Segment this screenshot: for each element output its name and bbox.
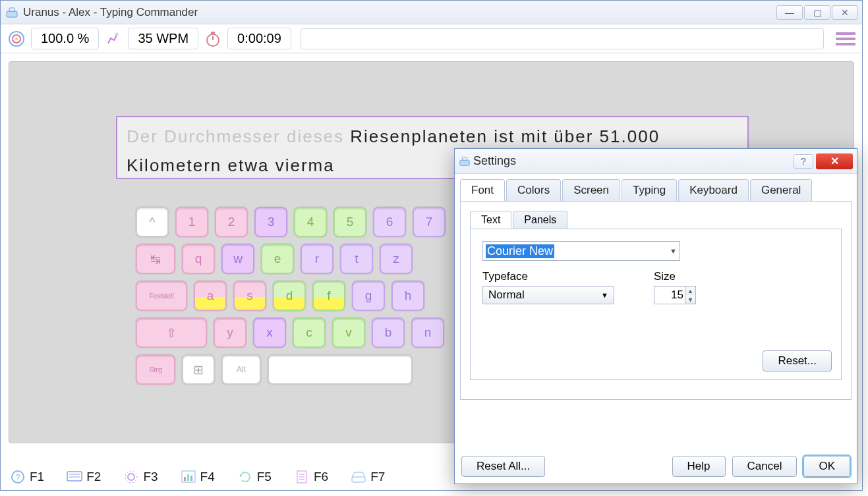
gear-icon bbox=[123, 469, 139, 485]
svg-rect-25 bbox=[460, 160, 469, 165]
dialog-help-button[interactable]: ? bbox=[794, 154, 813, 169]
help-button[interactable]: Help bbox=[672, 456, 726, 477]
key-7: 7 bbox=[413, 207, 446, 237]
tab-keyboard[interactable]: Keyboard bbox=[678, 179, 749, 201]
key-s: s bbox=[233, 281, 266, 311]
titlebar: Uranus - Alex - Typing Commander — ▢ ✕ bbox=[1, 1, 862, 24]
svg-rect-0 bbox=[7, 11, 17, 17]
fkey-f5[interactable]: F5 bbox=[237, 469, 272, 485]
document-icon bbox=[294, 469, 310, 485]
stats-bar: 100.0 % 35 WPM 0:00:09 bbox=[1, 24, 862, 53]
help-icon: ? bbox=[10, 469, 26, 485]
chevron-down-icon: ▼ bbox=[601, 291, 608, 299]
cancel-button[interactable]: Cancel bbox=[732, 456, 797, 477]
minimize-button[interactable]: — bbox=[776, 5, 803, 20]
key-t: t bbox=[340, 244, 373, 274]
svg-rect-17 bbox=[184, 477, 186, 481]
key-w: w bbox=[221, 244, 254, 274]
tab-general[interactable]: General bbox=[750, 179, 812, 201]
stopwatch-icon bbox=[204, 30, 222, 48]
reset-button[interactable]: Reset... bbox=[763, 350, 832, 372]
menu-button[interactable] bbox=[836, 32, 855, 45]
reload-icon bbox=[237, 469, 253, 485]
svg-rect-11 bbox=[67, 472, 82, 481]
fkey-f6[interactable]: F6 bbox=[294, 469, 328, 485]
key-capslock: Feststell bbox=[136, 281, 187, 311]
typed-text: Der Durchmesser dieses bbox=[127, 126, 350, 146]
font-name-combo[interactable]: Courier New ▼ bbox=[482, 241, 680, 261]
target-icon bbox=[7, 30, 26, 48]
svg-rect-26 bbox=[462, 157, 467, 160]
key-q: q bbox=[182, 244, 215, 274]
speed-value: 35 WPM bbox=[128, 28, 198, 49]
close-button[interactable]: ✕ bbox=[832, 5, 858, 20]
reset-all-button[interactable]: Reset All... bbox=[461, 456, 545, 477]
key-c: c bbox=[293, 317, 326, 348]
key-g: g bbox=[352, 281, 385, 311]
fkey-f7[interactable]: F7 bbox=[351, 469, 385, 485]
svg-point-15 bbox=[125, 471, 137, 483]
size-label: Size bbox=[654, 270, 696, 283]
tab-font[interactable]: Font bbox=[460, 179, 505, 201]
key-h: h bbox=[391, 281, 424, 311]
key-a: a bbox=[194, 281, 227, 311]
accuracy-value: 100.0 % bbox=[31, 28, 99, 49]
tab-screen[interactable]: Screen bbox=[562, 179, 620, 201]
key-ctrl: Strg bbox=[136, 354, 175, 385]
subtab-text[interactable]: Text bbox=[470, 211, 511, 229]
key-1: 1 bbox=[175, 207, 208, 237]
key-win: ⊞ bbox=[182, 354, 215, 385]
progress-box bbox=[301, 28, 824, 49]
key-alt: Alt bbox=[221, 354, 261, 385]
subtab-panels[interactable]: Panels bbox=[513, 211, 567, 229]
key-v: v bbox=[332, 317, 365, 348]
window-title: Uranus - Alex - Typing Commander bbox=[23, 6, 198, 19]
fkey-f3[interactable]: F3 bbox=[123, 469, 158, 485]
typeface-label: Typeface bbox=[482, 270, 614, 283]
runner-icon bbox=[104, 30, 123, 48]
tray-icon bbox=[351, 469, 366, 485]
key-b: b bbox=[372, 317, 405, 348]
key-f: f bbox=[312, 281, 345, 311]
key-d: d bbox=[273, 281, 306, 311]
key-6: 6 bbox=[373, 207, 406, 237]
fkey-f1[interactable]: ?F1 bbox=[10, 469, 44, 485]
size-value: 15 bbox=[671, 289, 683, 302]
key-n: n bbox=[411, 317, 444, 348]
tab-colors[interactable]: Colors bbox=[506, 179, 561, 201]
subtab-body: Courier New ▼ Typeface Normal▼ Size 15 ▲… bbox=[470, 229, 842, 380]
svg-rect-24 bbox=[352, 477, 365, 482]
ok-button[interactable]: OK bbox=[803, 456, 850, 477]
keyboard-icon bbox=[67, 469, 82, 485]
key-space bbox=[268, 354, 413, 385]
spinner-down-icon[interactable]: ▼ bbox=[685, 295, 695, 304]
dialog-titlebar: Settings ? ✕ bbox=[455, 149, 857, 174]
typeface-select[interactable]: Normal▼ bbox=[482, 286, 614, 304]
key-2: 2 bbox=[215, 207, 248, 237]
tab-typing[interactable]: Typing bbox=[622, 179, 677, 201]
key-tab: ↹ bbox=[136, 244, 175, 274]
key-x: x bbox=[253, 317, 286, 348]
key-e: e bbox=[261, 244, 294, 274]
function-key-bar: ?F1 F2 F3 F4 F5 F6 F7 bbox=[10, 469, 385, 485]
key-4: 4 bbox=[294, 207, 327, 237]
svg-point-4 bbox=[15, 38, 18, 40]
chart-icon bbox=[181, 469, 196, 485]
typeface-value: Normal bbox=[488, 289, 525, 302]
dialog-icon bbox=[459, 155, 471, 167]
svg-rect-8 bbox=[211, 32, 215, 34]
dialog-close-button[interactable]: ✕ bbox=[816, 153, 853, 169]
svg-rect-18 bbox=[187, 474, 189, 481]
svg-text:?: ? bbox=[16, 473, 20, 482]
maximize-button[interactable]: ▢ bbox=[804, 5, 830, 20]
svg-rect-1 bbox=[9, 8, 14, 11]
fkey-f4[interactable]: F4 bbox=[181, 469, 215, 485]
size-spinner[interactable]: 15 ▲▼ bbox=[654, 286, 696, 304]
key-caret: ^ bbox=[136, 207, 169, 237]
time-value: 0:00:09 bbox=[227, 28, 291, 49]
key-z: z bbox=[380, 244, 413, 274]
spinner-up-icon[interactable]: ▲ bbox=[685, 287, 695, 295]
fkey-f2[interactable]: F2 bbox=[67, 469, 101, 485]
font-name-value: Courier New bbox=[486, 244, 554, 258]
dialog-tabs: Font Colors Screen Typing Keyboard Gener… bbox=[455, 174, 857, 201]
